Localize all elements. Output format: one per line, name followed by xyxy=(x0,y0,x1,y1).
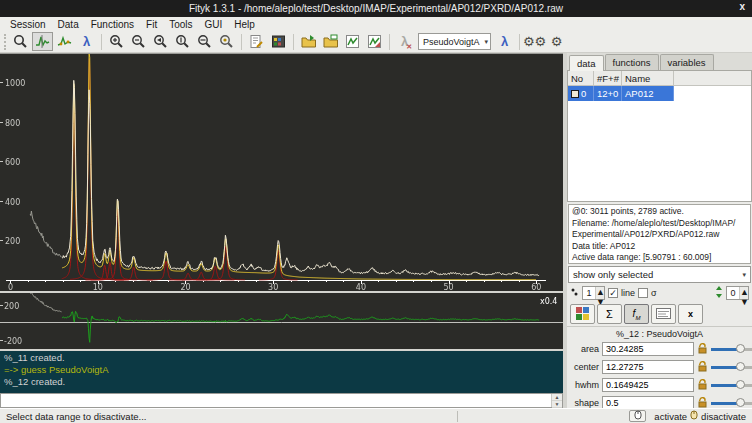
lock-icon[interactable] xyxy=(697,360,708,374)
window-title: Fityk 1.3.1 - /home/aleplo/test/Desktop/… xyxy=(189,3,563,14)
main-plot-canvas[interactable] xyxy=(0,54,563,291)
toolbar-separator xyxy=(241,34,242,50)
hwhm-slider[interactable] xyxy=(711,380,752,390)
dataset-row[interactable]: 0 12+0 AP012 xyxy=(568,86,674,101)
export-data-icon xyxy=(345,34,360,49)
menu-functions[interactable]: Functions xyxy=(85,19,140,30)
function-tools-row: Σ fM x xyxy=(567,302,752,326)
point-size-spinner[interactable]: 1 ▲▼ xyxy=(582,286,605,300)
activate-label: activate xyxy=(654,411,687,422)
zoom-out-button[interactable] xyxy=(128,32,149,51)
shift-spinner[interactable]: 0 ▲▼ xyxy=(726,286,749,300)
lock-icon[interactable] xyxy=(697,342,708,356)
param-label: hwhm xyxy=(569,380,599,390)
spin-up-icon[interactable]: ▲ xyxy=(552,394,562,401)
zoom-prev-button[interactable] xyxy=(150,32,171,51)
save-image-button[interactable] xyxy=(364,32,385,51)
colors-button[interactable] xyxy=(570,304,595,324)
formula-box-icon xyxy=(656,308,671,321)
data-transform-icon xyxy=(271,34,286,49)
zoom-horiz-button[interactable] xyxy=(194,32,215,51)
info-line: Experimental/AP012/PXRD/AP012.raw xyxy=(572,229,747,241)
formula-text-button[interactable] xyxy=(651,304,676,324)
tab-variables[interactable]: variables xyxy=(660,54,714,70)
mouse-hint-button[interactable] xyxy=(629,410,646,422)
hwhm-field[interactable] xyxy=(602,378,694,392)
console-line: %_11 created. xyxy=(4,352,559,364)
zoom-vert-button[interactable] xyxy=(172,32,193,51)
spin-down-icon[interactable]: ▼ xyxy=(552,401,562,408)
param-label: center xyxy=(569,362,599,372)
menu-data[interactable]: Data xyxy=(52,19,85,30)
magnifier-icon xyxy=(13,34,28,49)
point-size-value: 1 xyxy=(583,287,595,299)
data-range-icon xyxy=(35,34,50,49)
run-fit-button[interactable]: ⚙⚙ xyxy=(524,32,545,51)
menu-fit[interactable]: Fit xyxy=(140,19,163,30)
menu-tools[interactable]: Tools xyxy=(163,19,198,30)
center-slider[interactable] xyxy=(711,362,752,372)
dataset-info-box[interactable]: @0: 3011 points, 2789 active. Filename: … xyxy=(568,204,751,264)
peak-type-dropdown[interactable]: PseudoVoigtA ▾ xyxy=(418,33,491,50)
undefine-function-button[interactable]: λ✕ xyxy=(394,32,415,51)
add-peak-mode-button[interactable]: λ xyxy=(76,32,97,51)
dataset-color-swatch[interactable] xyxy=(571,90,579,98)
undo-fit-button[interactable]: ⚙ xyxy=(546,32,567,51)
zoom-in-button[interactable] xyxy=(106,32,127,51)
line-checkbox[interactable]: ✓ xyxy=(608,288,618,298)
main-plot-panel xyxy=(0,53,563,291)
open-folder-icon xyxy=(301,34,317,49)
zoom-mode-button[interactable] xyxy=(10,32,31,51)
gear-undo-icon: ⚙ xyxy=(551,35,563,48)
spin-up-icon[interactable]: ▲ xyxy=(740,287,748,297)
area-field[interactable] xyxy=(602,342,694,356)
menu-help[interactable]: Help xyxy=(228,19,261,30)
dataset-no: 0 xyxy=(581,88,586,99)
mouse-icon xyxy=(634,410,642,422)
data-transform-button[interactable] xyxy=(268,32,289,51)
function-filter-dropdown[interactable]: show only selected ▾ xyxy=(568,266,751,283)
menu-gui[interactable]: GUI xyxy=(199,19,229,30)
execute-script-button[interactable] xyxy=(320,32,341,51)
command-input[interactable] xyxy=(1,394,551,407)
center-field[interactable] xyxy=(602,360,694,374)
menu-session[interactable]: Session xyxy=(4,19,52,30)
export-image-icon xyxy=(367,34,382,49)
toolbar-separator xyxy=(389,34,390,50)
load-data-button[interactable] xyxy=(298,32,319,51)
tab-data[interactable]: data xyxy=(569,55,604,71)
close-button[interactable]: x xyxy=(739,1,745,12)
info-line: Active data range: [5.90791 : 60.009] xyxy=(572,252,747,264)
tab-functions[interactable]: functions xyxy=(605,54,659,70)
output-console[interactable]: %_11 created. =-> guess PseudoVoigtA %_1… xyxy=(0,349,563,393)
area-slider[interactable] xyxy=(711,344,752,354)
dataset-table[interactable]: No #F+# Name 0 12+0 AP012 xyxy=(567,70,752,202)
data-range-mode-button[interactable] xyxy=(32,32,53,51)
toolbar: λ xyxy=(0,31,752,53)
show-formula-button[interactable]: fM xyxy=(624,304,649,324)
console-command-line: =-> guess PseudoVoigtA xyxy=(4,364,559,376)
lambda-icon: λ xyxy=(83,35,90,48)
status-divider xyxy=(457,411,458,422)
lock-icon[interactable] xyxy=(697,378,708,392)
chevron-down-icon: ▾ xyxy=(742,271,746,279)
aux-plot-canvas[interactable] xyxy=(0,293,563,349)
sum-button[interactable]: Σ xyxy=(597,304,622,324)
lambda-disabled-icon: λ✕ xyxy=(401,35,408,48)
sigma-checkbox[interactable] xyxy=(638,288,648,298)
auto-add-peak-button[interactable]: λ xyxy=(494,32,515,51)
shape-slider[interactable] xyxy=(711,398,752,408)
edit-script-button[interactable] xyxy=(246,32,267,51)
peak-type-value: PseudoVoigtA xyxy=(423,37,480,47)
col-functions-count: #F+# xyxy=(594,71,622,85)
save-data-button[interactable] xyxy=(342,32,363,51)
dataset-table-header: No #F+# Name xyxy=(568,71,751,86)
dataset-name: AP012 xyxy=(622,86,674,101)
open-script-folder-icon xyxy=(323,34,339,49)
delete-function-button[interactable]: x xyxy=(678,304,703,324)
command-history-spinner[interactable]: ▲▼ xyxy=(551,394,562,407)
zoom-prev-icon xyxy=(153,34,168,49)
spin-up-icon[interactable]: ▲ xyxy=(596,287,604,297)
background-mode-button[interactable] xyxy=(54,32,75,51)
zoom-all-button[interactable] xyxy=(216,32,237,51)
